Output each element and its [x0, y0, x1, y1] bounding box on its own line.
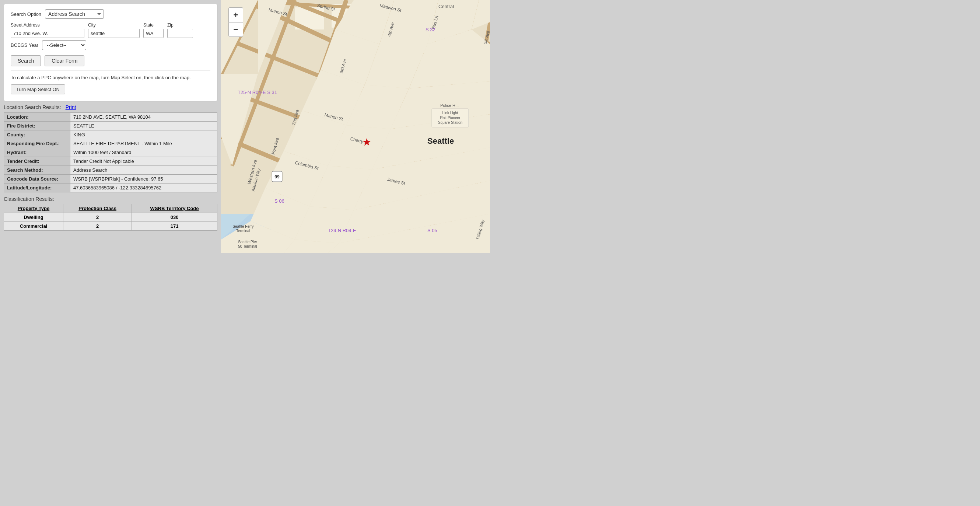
- protection-class-cell: 2: [64, 221, 132, 230]
- protection-class-cell: 2: [64, 213, 132, 221]
- results-table: Location:710 2ND AVE, SEATTLE, WA 98104F…: [4, 112, 217, 193]
- map-select-button[interactable]: Turn Map Select ON: [11, 84, 65, 94]
- zoom-in-button[interactable]: +: [228, 7, 243, 22]
- seattle-city-label: Seattle: [427, 136, 454, 146]
- field-labels-row: Street Address City State Zip: [11, 22, 210, 38]
- search-option-row: Search Option Address Search Lat/Lon Sea…: [11, 9, 210, 19]
- state-group: State: [143, 22, 164, 38]
- township-t24-label: T24-N R04-E: [328, 228, 356, 233]
- left-panel: Search Option Address Search Lat/Lon Sea…: [0, 0, 221, 253]
- class-row: Dwelling2030: [4, 213, 217, 221]
- result-label: Responding Fire Dept.:: [4, 139, 70, 148]
- pier-50-label-2: 50 Terminal: [238, 244, 257, 248]
- results-row: Location:710 2ND AVE, SEATTLE, WA 98104: [4, 112, 217, 121]
- city-input[interactable]: [88, 29, 140, 38]
- street-address-input[interactable]: [11, 29, 84, 38]
- bcegs-select[interactable]: --Select-- 2021 2020: [42, 40, 86, 50]
- police-label: Police H...: [440, 103, 459, 108]
- clear-form-button[interactable]: Clear Form: [45, 55, 84, 66]
- results-row: Responding Fire Dept.:SEATTLE FIRE DEPAR…: [4, 139, 217, 148]
- class-row: Commercial2171: [4, 221, 217, 230]
- zoom-controls: + −: [228, 7, 243, 37]
- map-select-hint: To calculate a PPC anywhere on the map, …: [11, 74, 210, 81]
- result-value: 47.6036583965086 / -122.333284695762: [70, 183, 217, 192]
- result-label: Latitude/Longitude:: [4, 183, 70, 192]
- township-s32-label: S 32: [426, 27, 436, 32]
- link-rail-label-1: Link Light: [442, 111, 458, 115]
- wsrb-code-cell: 030: [132, 213, 217, 221]
- button-row: Search Clear Form: [11, 55, 210, 66]
- results-row: Geocode Data Source:WSRB [WSRBPfRisk] - …: [4, 174, 217, 183]
- wsrb-code-cell: 171: [132, 221, 217, 230]
- ferry-terminal-label-1: Seattle Ferry: [232, 224, 253, 229]
- results-row: Latitude/Longitude:47.6036583965086 / -1…: [4, 183, 217, 192]
- col-property-type: Property Type: [4, 204, 64, 213]
- zip-group: Zip: [167, 22, 193, 38]
- print-link[interactable]: Print: [65, 104, 76, 110]
- search-button[interactable]: Search: [11, 55, 41, 66]
- divider: [11, 70, 210, 70]
- state-input[interactable]: [143, 29, 164, 38]
- result-label: County:: [4, 130, 70, 139]
- col-protection-class: Protection Class: [64, 204, 132, 213]
- street-label: Street Address: [11, 22, 84, 28]
- results-row: County:KING: [4, 130, 217, 139]
- results-row: Hydrant:Within 1000 feet / Standard: [4, 148, 217, 157]
- township-t25-label: T25-N R04-E S 31: [238, 89, 277, 95]
- state-label: State: [143, 22, 164, 28]
- result-value: Tender Credit Not Applicable: [70, 157, 217, 165]
- location-marker: ★: [362, 136, 371, 148]
- bcegs-row: BCEGS Year --Select-- 2021 2020: [11, 40, 210, 50]
- result-value: WSRB [WSRBPfRisk] - Confidence: 97.65: [70, 174, 217, 183]
- ferry-terminal-label-2: Terminal: [236, 229, 250, 233]
- search-option-label: Search Option: [11, 11, 41, 17]
- result-label: Hydrant:: [4, 148, 70, 157]
- link-rail-label-3: Square Station: [438, 121, 462, 124]
- result-value: KING: [70, 130, 217, 139]
- result-label: Search Method:: [4, 165, 70, 174]
- map-panel[interactable]: + −: [221, 0, 490, 253]
- result-value: 710 2ND AVE, SEATTLE, WA 98104: [70, 112, 217, 121]
- search-option-wrapper: Address Search Lat/Lon Search: [45, 9, 104, 19]
- central-label: Central: [438, 4, 454, 9]
- result-label: Fire District:: [4, 121, 70, 130]
- zoom-out-button[interactable]: −: [228, 22, 243, 37]
- bcegs-wrapper: --Select-- 2021 2020: [42, 40, 86, 50]
- street-group: Street Address: [11, 22, 84, 38]
- zip-input[interactable]: [167, 29, 193, 38]
- map-svg: 99 Madison St Spring St Marion St Marion…: [221, 0, 490, 253]
- results-header: Location Search Results: Print: [4, 104, 217, 110]
- results-section: Location Search Results: Print Location:…: [4, 104, 217, 231]
- result-label: Geocode Data Source:: [4, 174, 70, 183]
- search-box: Search Option Address Search Lat/Lon Sea…: [4, 4, 217, 101]
- township-s06-label: S 06: [274, 198, 285, 204]
- classification-header: Classification Results:: [4, 196, 217, 202]
- property-type-cell: Dwelling: [4, 213, 64, 221]
- results-header-label: Location Search Results:: [4, 104, 61, 110]
- result-value: Address Search: [70, 165, 217, 174]
- property-type-cell: Commercial: [4, 221, 64, 230]
- city-group: City: [88, 22, 140, 38]
- result-value: SEATTLE: [70, 121, 217, 130]
- route-99-label: 99: [274, 174, 280, 180]
- zip-label: Zip: [167, 22, 193, 28]
- pier-50-label-1: Seattle Pier: [238, 240, 257, 244]
- result-label: Location:: [4, 112, 70, 121]
- class-table: Property Type Protection Class WSRB Terr…: [4, 204, 217, 231]
- link-rail-label-2: Rail-Pioneer: [440, 116, 461, 120]
- bcegs-label: BCEGS Year: [11, 42, 38, 48]
- results-row: Tender Credit:Tender Credit Not Applicab…: [4, 157, 217, 165]
- result-label: Tender Credit:: [4, 157, 70, 165]
- search-option-select[interactable]: Address Search Lat/Lon Search: [45, 9, 104, 19]
- city-label: City: [88, 22, 140, 28]
- township-s05-label: S 05: [427, 228, 438, 233]
- results-row: Search Method:Address Search: [4, 165, 217, 174]
- result-value: SEATTLE FIRE DEPARTMENT - Within 1 Mile: [70, 139, 217, 148]
- result-value: Within 1000 feet / Standard: [70, 148, 217, 157]
- col-wsrb-code: WSRB Territory Code: [132, 204, 217, 213]
- results-row: Fire District:SEATTLE: [4, 121, 217, 130]
